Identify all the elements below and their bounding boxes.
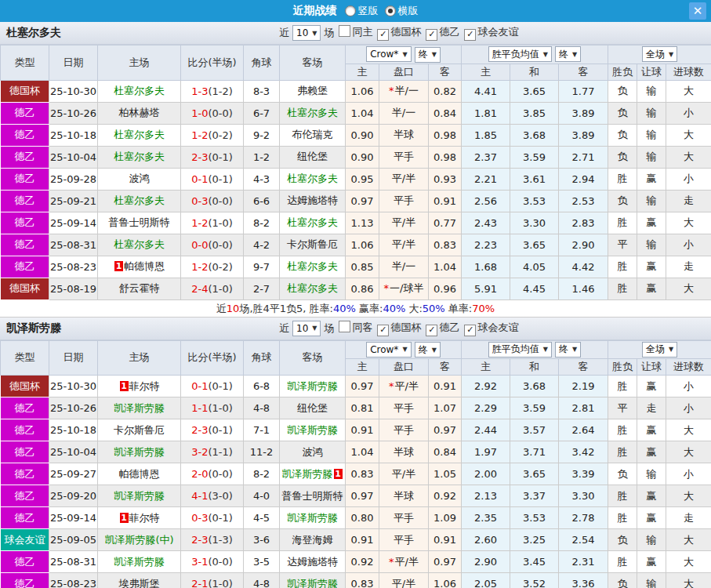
match-date: 25-09-14 bbox=[49, 212, 98, 234]
layout-radio-vertical-label: 竖版 bbox=[358, 4, 379, 18]
corners: 4-3 bbox=[244, 168, 280, 190]
summary-text: 大: bbox=[405, 303, 423, 314]
result-outcome: 负 bbox=[608, 190, 637, 212]
halftime-score: (3-0) bbox=[208, 490, 232, 502]
match-count-select[interactable]: 10▼ bbox=[292, 25, 321, 41]
avg-home-odds: 2.00 bbox=[462, 463, 510, 485]
score: 0-3(0-1) bbox=[181, 507, 244, 529]
match-date: 25-10-30 bbox=[49, 376, 98, 397]
avg-odds-select[interactable]: 胜平负均值▼ bbox=[488, 46, 552, 62]
result-goals: 大 bbox=[666, 573, 711, 588]
red-card-badge: 1 bbox=[114, 261, 123, 271]
filter-checkbox-球会友谊[interactable]: ✓ bbox=[464, 29, 476, 41]
result-outcome: 胜 bbox=[608, 485, 637, 507]
away-team: 达姆施塔特 bbox=[280, 190, 346, 212]
result-handicap: 输 bbox=[637, 529, 666, 551]
avg-odds-select[interactable]: 胜平负均值▼ bbox=[488, 342, 552, 358]
halftime-score: (1-0) bbox=[208, 402, 232, 414]
filter-checkbox-德乙[interactable]: ✓ bbox=[426, 29, 437, 41]
layout-radio-vertical[interactable] bbox=[345, 5, 356, 16]
close-icon[interactable]: ✕ bbox=[689, 2, 706, 20]
fulltime-score: 1-1 bbox=[191, 402, 208, 414]
away-team-name: 布伦瑞克 bbox=[292, 129, 333, 140]
subcol-goals-result: 进球数 bbox=[666, 359, 711, 376]
result-outcome: 平 bbox=[608, 397, 637, 419]
fulltime-select[interactable]: 全场▼ bbox=[642, 46, 677, 62]
filter-checkbox-德国杯[interactable]: ✓ bbox=[377, 325, 389, 336]
changed-handicap-star: * bbox=[389, 380, 394, 392]
away-odds: 1.07 bbox=[429, 397, 462, 419]
handicap: *平/半 bbox=[379, 376, 429, 397]
result-outcome: 负 bbox=[608, 146, 637, 168]
away-team: 凯泽斯劳滕 bbox=[280, 573, 346, 588]
avg-final-select[interactable]: 终▼ bbox=[555, 342, 581, 358]
avg-away-odds: 2.71 bbox=[559, 146, 608, 168]
avg-away-odds: 3.36 bbox=[559, 573, 608, 588]
match-type: 德乙 bbox=[1, 124, 49, 146]
match-type: 球会友谊 bbox=[1, 529, 49, 551]
avg-home-odds: 2.90 bbox=[462, 551, 510, 573]
away-odds: 1.06 bbox=[429, 573, 462, 588]
fulltime-score: 3-2 bbox=[191, 446, 208, 458]
avg-draw-odds: 3.53 bbox=[510, 507, 559, 529]
avg-final-select[interactable]: 终▼ bbox=[555, 46, 581, 62]
odds-final-select[interactable]: 终▼ bbox=[415, 47, 441, 63]
fulltime-score: 0-1 bbox=[191, 380, 208, 392]
score: 2-4(1-0) bbox=[181, 278, 244, 299]
score: 3-2(1-1) bbox=[181, 441, 244, 463]
filter-checkbox-label: 德乙 bbox=[439, 26, 459, 38]
halftime-score: (0-1) bbox=[208, 424, 232, 436]
filter-checkbox-同主[interactable] bbox=[339, 25, 350, 37]
corners: 6-8 bbox=[244, 376, 280, 397]
avg-home-odds: 5.91 bbox=[462, 278, 510, 299]
odds-dropdown-group: Crow*▼ 终▼ bbox=[346, 45, 462, 64]
filter-checkbox-label: 同客 bbox=[352, 321, 372, 333]
match-count-select[interactable]: 10▼ bbox=[292, 321, 321, 336]
avg-draw-odds: 3.52 bbox=[510, 573, 559, 588]
result-outcome: 负 bbox=[608, 529, 637, 551]
filter-checkbox-德乙[interactable]: ✓ bbox=[426, 325, 437, 336]
score: 2-0(0-0) bbox=[181, 463, 244, 485]
away-odds: 0.84 bbox=[429, 441, 462, 463]
avg-draw-odds: 4.05 bbox=[510, 256, 559, 278]
avg-draw-odds: 3.61 bbox=[510, 168, 559, 190]
subcol-outcome: 胜负 bbox=[608, 359, 637, 376]
score: 4-1(3-0) bbox=[181, 485, 244, 507]
home-team: 1帕德博恩 bbox=[98, 256, 181, 278]
home-team: 杜塞尔多夫 bbox=[98, 124, 181, 146]
filter-checkbox-德国杯[interactable]: ✓ bbox=[377, 29, 389, 41]
away-team-name: 杜塞尔多夫 bbox=[287, 282, 338, 294]
section-header: 凯泽斯劳滕 近 10▼ 场 同客✓德国杯✓德乙✓球会友谊 bbox=[0, 318, 711, 340]
away-team: 纽伦堡 bbox=[280, 397, 346, 419]
odds-company-select[interactable]: Crow*▼ bbox=[366, 342, 411, 358]
col-header-type: 类型 bbox=[1, 340, 49, 376]
home-team-name: 凯泽斯劳滕 bbox=[114, 490, 165, 502]
avg-away-odds: 4.42 bbox=[559, 256, 608, 278]
avg-away-odds: 3.30 bbox=[559, 485, 608, 507]
col-header-home: 主场 bbox=[98, 340, 181, 376]
filter-checkbox-球会友谊[interactable]: ✓ bbox=[464, 325, 476, 336]
summary-text: 场,胜4平1负5, 胜率: bbox=[239, 303, 333, 314]
filter-checkbox-同客[interactable] bbox=[339, 321, 350, 332]
handicap: 半球 bbox=[379, 485, 429, 507]
fulltime-select[interactable]: 全场▼ bbox=[642, 342, 677, 358]
handicap: 平/半 bbox=[379, 168, 429, 190]
result-goals: 小 bbox=[666, 234, 711, 256]
team-section: 杜塞尔多夫 近 10▼ 场 同主✓德国杯✓德乙✓球会友谊 类型 日期 主场 bbox=[0, 22, 711, 318]
layout-radio-horizontal[interactable] bbox=[385, 5, 396, 16]
corners: 1-2 bbox=[244, 146, 280, 168]
away-odds: 1.09 bbox=[429, 507, 462, 529]
result-goals: 大 bbox=[666, 551, 711, 573]
home-team-name: 波鸿 bbox=[129, 172, 150, 184]
panel-title: 近期战绩 bbox=[293, 4, 337, 18]
odds-company-select[interactable]: Crow*▼ bbox=[366, 46, 411, 62]
odds-final-select[interactable]: 终▼ bbox=[415, 342, 441, 358]
halftime-score: (1-1) bbox=[208, 446, 232, 458]
home-team: 柏林赫塔 bbox=[98, 102, 181, 124]
match-type: 德乙 bbox=[1, 573, 49, 588]
chevron-down-icon: ▼ bbox=[402, 51, 407, 58]
avg-home-odds: 2.29 bbox=[462, 397, 510, 419]
col-header-home: 主场 bbox=[98, 45, 181, 81]
halftime-score: (0-1) bbox=[208, 512, 232, 524]
avg-draw-odds: 3.45 bbox=[510, 551, 559, 573]
